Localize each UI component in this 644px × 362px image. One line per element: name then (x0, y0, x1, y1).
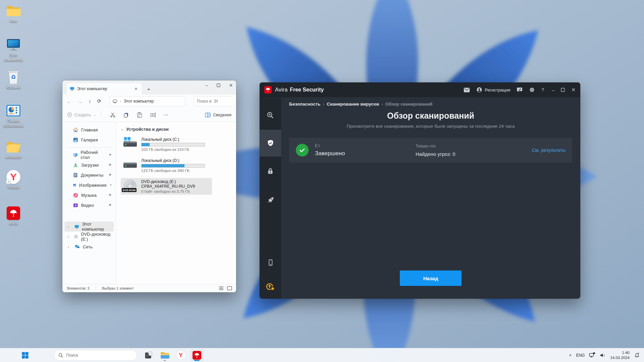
paste-button[interactable] (137, 112, 143, 118)
sidebar-item-upgrade[interactable] (260, 275, 281, 299)
avira-window: Avira Free Security Регистрация ? – ✕ (260, 82, 580, 299)
taskbar-app-window[interactable] (142, 349, 155, 361)
back-icon[interactable]: ← (66, 99, 71, 104)
notifications-bell-icon[interactable] (634, 352, 640, 358)
avira-close-button[interactable]: ✕ (571, 87, 576, 93)
sidebar-item-performance[interactable] (260, 186, 281, 215)
taskbar-explorer[interactable] (158, 349, 171, 361)
group-chevron-icon[interactable]: ⌄ (121, 127, 124, 131)
chevron-down-icon: ⌄ (93, 113, 96, 117)
sidebar-item-documents[interactable]: Документы (64, 170, 114, 180)
tray-chevron-icon[interactable]: ∧ (569, 353, 572, 357)
tree-chevron-icon[interactable]: › (68, 225, 71, 229)
refresh-icon[interactable]: ⟳ (97, 98, 102, 104)
forward-icon[interactable]: → (77, 99, 83, 104)
sidebar-item-pictures[interactable]: Изображения (64, 180, 114, 190)
tree-item-network[interactable]: › Сеть (64, 242, 114, 252)
register-button[interactable]: Регистрация (476, 87, 510, 93)
network-icon[interactable] (589, 352, 595, 358)
scan-result-card[interactable]: E:\ Завершено Только что Найдено угроз: … (289, 138, 572, 163)
upgrade-icon (266, 282, 275, 291)
tree-item-label: Этот компьютер (82, 222, 112, 232)
taskbar: Y ∧ ENG 1:40 14.03.2024 (0, 348, 644, 362)
desktop-icon-yandex[interactable]: Y ↗ Yandex (1, 170, 26, 190)
help-button[interactable]: ? (541, 87, 544, 93)
sidebar-item-home[interactable]: Главная (64, 125, 114, 135)
mail-icon[interactable] (464, 87, 470, 93)
monitor-icon (6, 38, 21, 52)
tree-item-dvd[interactable]: › DVD-дисковод (E:) (64, 232, 114, 242)
product-name: Free Security (290, 87, 324, 93)
tab-close-button[interactable]: ✕ (133, 86, 139, 92)
breadcrumb-virus-scans[interactable]: Сканирование вирусов (327, 102, 379, 107)
taskbar-search[interactable] (54, 350, 137, 361)
create-button[interactable]: Создать ⌄ (67, 112, 96, 117)
back-button[interactable]: Назад (400, 270, 462, 286)
avira-maximize-button[interactable] (561, 88, 565, 92)
start-button[interactable] (18, 349, 32, 361)
tree-item-label: Сеть (83, 244, 93, 249)
open-app-indicator (164, 360, 166, 361)
new-tab-button[interactable]: + (147, 86, 150, 92)
drive-caption: 103 ГБ свободно из 119 ГБ (141, 147, 205, 152)
sidebar-spacer (260, 215, 281, 250)
tree-chevron-icon[interactable]: › (68, 235, 71, 239)
desktop-icon-activation[interactable]: Activation (1, 139, 26, 160)
gear-icon[interactable] (529, 87, 535, 93)
avira-minimize-button[interactable]: – (552, 87, 554, 93)
language-indicator[interactable]: ENG (576, 353, 585, 358)
drive-row-d[interactable]: Локальный диск (D:) 123 ГБ свободно из 3… (121, 157, 233, 174)
details-pane-button[interactable]: Сведения (205, 113, 231, 117)
desktop-icon-avira[interactable]: Avira (1, 206, 26, 226)
more-options-button[interactable]: ⋯ (163, 112, 169, 118)
active-app-indicator (194, 360, 200, 361)
explorer-tab-strip[interactable]: Этот компьютер ✕ + – ✕ (62, 80, 236, 95)
tree-item-label: DVD-дисковод (E:) (81, 232, 112, 242)
explorer-close-button[interactable]: ✕ (229, 83, 233, 88)
avira-titlebar[interactable]: Avira Free Security Регистрация ? – ✕ (260, 82, 580, 97)
register-label: Регистрация (485, 87, 510, 93)
sidebar-item-privacy[interactable] (260, 157, 281, 186)
drive-row-dvd[interactable]: DVD-ROM DVD-дисковод (E:) CPBA_X64FRE_RU… (121, 178, 212, 195)
up-icon[interactable]: ↑ (89, 99, 91, 104)
drive-row-c[interactable]: Локальный диск (C:) 103 ГБ свободно из 1… (121, 136, 233, 153)
explorer-tab[interactable]: Этот компьютер ✕ (67, 83, 142, 95)
cut-button[interactable] (110, 112, 116, 118)
sidebar-item-gallery[interactable]: Галерея (64, 135, 114, 145)
desktop-icon-label: Корзина (1, 85, 26, 90)
sidebar-item-videos[interactable]: Видео (64, 200, 114, 210)
group-header-devices[interactable]: ⌄ Устройства и диски (121, 127, 233, 132)
breadcrumb: Безопасность › Сканирование вирусов › Об… (281, 97, 580, 107)
taskbar-avira[interactable] (190, 349, 204, 361)
sidebar-item-music[interactable]: Музыка (64, 190, 114, 200)
taskbar-yandex[interactable]: Y (174, 349, 187, 361)
search-input[interactable] (194, 96, 232, 106)
taskbar-search-input[interactable] (66, 353, 133, 358)
sidebar-item-status[interactable] (260, 101, 281, 130)
create-label: Создать (74, 112, 91, 117)
feedback-icon[interactable] (517, 87, 523, 93)
sidebar-item-mobile[interactable] (260, 250, 281, 275)
thumbnail-view-button[interactable] (227, 286, 232, 290)
desktop-icon-recycle-bin[interactable]: ♻ Корзина (1, 70, 26, 90)
downloads-icon (73, 163, 78, 168)
explorer-maximize-button[interactable] (217, 83, 220, 87)
tree-item-this-pc[interactable]: › Этот компьютер (64, 222, 114, 232)
tree-chevron-icon[interactable]: › (68, 245, 72, 249)
speaker-icon[interactable] (600, 353, 606, 358)
desktop-icon-this-pc[interactable]: Этот компьютер (1, 38, 26, 63)
address-bar[interactable]: › Этот компьютер (109, 96, 185, 106)
list-view-button[interactable] (219, 286, 224, 290)
desktop-icon-new[interactable]: New (1, 3, 26, 24)
sidebar-item-security[interactable] (260, 130, 281, 157)
explorer-minimize-button[interactable]: – (206, 83, 208, 88)
sidebar-item-desktop[interactable]: Рабочий стол (64, 150, 114, 160)
clock[interactable]: 1:40 14.03.2024 (610, 350, 630, 360)
breadcrumb-security[interactable]: Безопасность (289, 102, 321, 107)
rename-button[interactable] (150, 112, 156, 118)
drive-c-icon (123, 137, 138, 150)
desktop-icon-control-panel[interactable]: Панель управления (1, 103, 26, 128)
see-results-link[interactable]: См. результаты (532, 147, 566, 153)
copy-button[interactable] (123, 112, 129, 118)
sidebar-item-downloads[interactable]: Загрузки (64, 160, 114, 170)
